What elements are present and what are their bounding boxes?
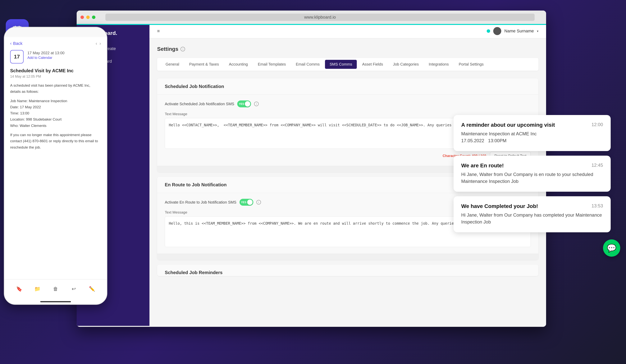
- scheduled-reminders-section: Scheduled Job Reminders: [157, 265, 538, 276]
- sms-card-2-title: We are En route!: [461, 162, 591, 169]
- phone-body-1: A scheduled visit has been planned by AC…: [10, 82, 101, 95]
- add-to-calendar-link[interactable]: Add to Calendar: [27, 56, 64, 60]
- bookmark-icon[interactable]: 🔖: [15, 285, 23, 293]
- sms-card-2-time: 12:45: [591, 162, 603, 168]
- tab-accounting[interactable]: Accounting: [224, 60, 252, 69]
- phone-date-text: 17 May 2022 at 13:00: [27, 50, 64, 56]
- tab-payment-taxes[interactable]: Payment & Taxes: [185, 60, 223, 69]
- scheduled-job-toggle-label: Activate Scheduled Job Notification SMS: [165, 102, 234, 106]
- sms-card-1-body: Maintenance Inspection at ACME Inc17.05.…: [461, 130, 603, 144]
- address-bar[interactable]: www.klipboard.io: [105, 14, 535, 21]
- sms-card-3-title: We have Completed your Job!: [461, 203, 591, 209]
- en-route-info-icon[interactable]: i: [256, 200, 261, 204]
- topbar-right: Name Surname ▾: [487, 27, 538, 35]
- hamburger-icon[interactable]: ≡: [157, 28, 160, 34]
- phone-date-row: 17 17 May 2022 at 13:00 Add to Calendar: [10, 50, 101, 63]
- phone-date-info: 17 May 2022 at 13:00 Add to Calendar: [27, 50, 64, 60]
- tab-integrations[interactable]: Integrations: [424, 60, 453, 69]
- browser-dot-red[interactable]: [80, 15, 84, 19]
- topbar: ≡ Name Surname ▾: [150, 24, 546, 38]
- user-menu-chevron[interactable]: ▾: [537, 29, 538, 33]
- en-route-footer: [157, 254, 538, 260]
- phone-date-badge: 17: [10, 50, 24, 63]
- phone-visit-date: 14 May at 12:05 PM: [10, 75, 101, 79]
- en-route-toggle-yes: YES: [241, 201, 246, 204]
- en-route-toggle-label: Activate En Route to Job Notification SM…: [165, 200, 236, 204]
- trash-icon[interactable]: 🗑: [52, 285, 59, 293]
- page-info-icon[interactable]: i: [181, 47, 185, 51]
- toggle-yes-text: YES: [239, 102, 244, 105]
- user-name: Name Surname: [504, 29, 534, 34]
- tab-job-categories[interactable]: Job Categories: [389, 60, 424, 69]
- sms-card-2: We are En route! 12:45 Hi Jane, Walter f…: [454, 156, 611, 192]
- folder-icon[interactable]: 📁: [34, 285, 41, 293]
- toggle-info-icon[interactable]: i: [254, 102, 259, 106]
- en-route-toggle-knob: [247, 200, 253, 205]
- notification-indicator: [487, 29, 490, 33]
- topbar-left: ≡: [157, 28, 160, 34]
- phone-nav: ‹ Back ‹ ›: [10, 41, 101, 46]
- phone-body-2: Job Name: Maintenance InspectionDate: 17…: [10, 98, 101, 129]
- scheduled-reminders-title: Scheduled Job Reminders: [165, 270, 223, 275]
- user-avatar: [493, 27, 501, 35]
- sms-card-2-body: Hi Jane, Walter from Our Company is en r…: [461, 171, 603, 185]
- browser-tab-indicator: [77, 24, 546, 25]
- chat-fab-button[interactable]: 💬: [603, 240, 620, 257]
- phone-date-number: 17: [14, 54, 20, 60]
- back-button[interactable]: ‹ Back: [10, 41, 22, 46]
- settings-tabs: General Payment & Taxes Accounting Email…: [157, 58, 538, 71]
- scheduled-job-toggle-row: Activate Scheduled Job Notification SMS …: [165, 100, 531, 107]
- sms-card-3-time: 13:53: [591, 203, 603, 208]
- url-text: www.klipboard.io: [304, 15, 336, 20]
- page-title: Settings: [157, 46, 178, 52]
- sms-card-1: A reminder about our upcoming visit 12:0…: [454, 115, 611, 151]
- sms-card-1-header: A reminder about our upcoming visit 12:0…: [461, 122, 603, 128]
- phone-nav-arrows: ‹ ›: [96, 41, 101, 46]
- en-route-toggle[interactable]: YES: [239, 199, 253, 206]
- en-route-title: En Route to Job Notification: [165, 182, 227, 187]
- phone-visit-title: Scheduled Visit by ACME Inc: [10, 68, 101, 73]
- browser-dot-yellow[interactable]: [86, 15, 90, 19]
- sms-card-2-header: We are En route! 12:45: [461, 162, 603, 169]
- tab-general[interactable]: General: [161, 60, 184, 69]
- prev-arrow[interactable]: ‹: [96, 41, 97, 46]
- phone-bottom-bar: 🔖 📁 🗑 ↩ ✏️: [4, 279, 107, 304]
- tab-sms-comms[interactable]: SMS Comms: [325, 60, 357, 69]
- sms-card-3-body: Hi Jane, Walter from Our Company has com…: [461, 212, 603, 225]
- sms-card-3-header: We have Completed your Job! 13:53: [461, 203, 603, 209]
- browser-dot-green[interactable]: [92, 15, 95, 19]
- tab-portal-settings[interactable]: Portal Settings: [454, 60, 488, 69]
- scheduled-job-title: Scheduled Job Notification: [165, 84, 224, 89]
- scheduled-reminders-header: Scheduled Job Reminders: [157, 265, 538, 276]
- compose-icon[interactable]: ✏️: [88, 285, 96, 293]
- page-header: Settings i: [157, 46, 538, 52]
- scheduled-job-section-header: Scheduled Job Notification: [157, 79, 538, 95]
- phone-home-indicator: [40, 301, 71, 302]
- phone-statusbar: [4, 27, 107, 37]
- phone-content: ‹ Back ‹ › 17 17 May 2022 at 13:00 Add t…: [4, 37, 107, 289]
- next-arrow[interactable]: ›: [99, 41, 101, 46]
- back-label: Back: [13, 41, 22, 46]
- sms-card-3: We have Completed your Job! 13:53 Hi Jan…: [454, 196, 611, 232]
- tab-email-templates[interactable]: Email Templates: [253, 60, 290, 69]
- tab-asset-fields[interactable]: Asset Fields: [357, 60, 388, 69]
- scheduled-job-toggle[interactable]: YES: [237, 100, 251, 107]
- reply-icon[interactable]: ↩: [70, 285, 78, 293]
- phone-mockup: ‹ Back ‹ › 17 17 May 2022 at 13:00 Add t…: [4, 27, 107, 305]
- sms-card-1-time: 12:00: [591, 122, 603, 127]
- phone-body-3: If you can no longer make this appointme…: [10, 132, 101, 151]
- browser-titlebar: www.klipboard.io: [77, 10, 546, 24]
- back-chevron: ‹: [10, 41, 11, 46]
- sms-cards-container: A reminder about our upcoming visit 12:0…: [454, 115, 611, 232]
- sms-card-1-title: A reminder about our upcoming visit: [461, 122, 591, 128]
- toggle-knob: [245, 101, 250, 107]
- chat-fab-icon: 💬: [607, 244, 616, 253]
- tab-email-comms[interactable]: Email Comms: [291, 60, 324, 69]
